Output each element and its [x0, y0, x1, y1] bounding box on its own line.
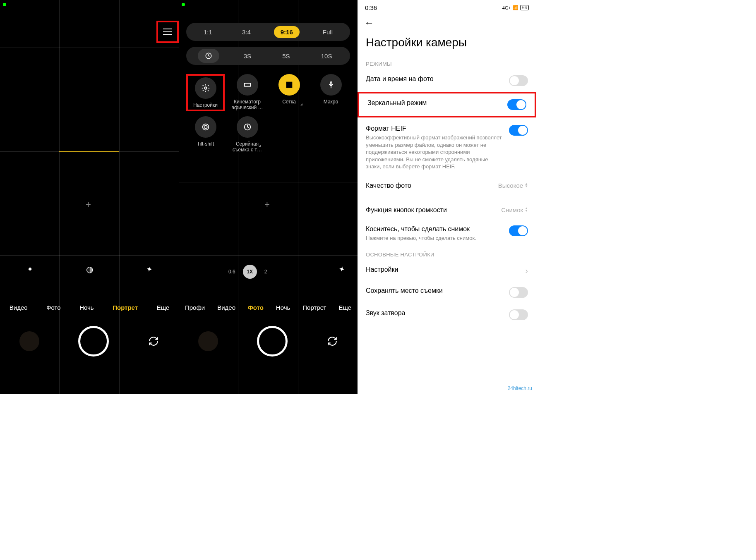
beauty-icon[interactable]	[25, 265, 34, 274]
mode-selector[interactable]: Видео Фото Ночь Портрет Еще	[0, 304, 179, 311]
timer-off-icon[interactable]	[198, 49, 219, 63]
shutter-button[interactable]	[78, 326, 109, 357]
row-title: Зеркальный режим	[367, 99, 502, 107]
row-heif[interactable]: Формат HEIF Высокоэффективный формат изо…	[358, 119, 536, 176]
switch-camera-icon[interactable]	[326, 335, 338, 347]
gridline	[0, 48, 179, 48]
battery-icon: 66	[520, 5, 529, 10]
mode-photo[interactable]: Фото	[46, 304, 60, 311]
chevron-right-icon: ›	[525, 266, 528, 275]
recording-indicator	[182, 3, 185, 6]
mode-portrait[interactable]: Портрет	[302, 304, 326, 311]
svg-point-4	[204, 125, 207, 128]
watermark-text: 24hitech.ru	[508, 385, 532, 391]
row-title: Коснитесь, чтобы сделать снимок	[366, 225, 503, 233]
aspect-3-4[interactable]: 3:4	[235, 26, 257, 38]
svg-point-5	[202, 124, 209, 130]
row-title: Дата и время на фото	[366, 75, 503, 83]
tool-grid: Настройки Кинематогр афический … Сетка М…	[186, 74, 350, 153]
tool-macro[interactable]: Макро	[312, 74, 350, 111]
volume-value[interactable]: Снимок ▲▼	[501, 206, 528, 213]
row-title: Качество фото	[366, 182, 492, 189]
zoom-1x[interactable]: 1X	[243, 265, 257, 279]
focus-guide	[59, 151, 119, 152]
gallery-thumbnail[interactable]	[19, 331, 39, 351]
shutter-button[interactable]	[257, 326, 288, 357]
back-button[interactable]: ←	[358, 13, 536, 33]
row-quality[interactable]: Качество фото Высокое ▲▼	[358, 176, 536, 195]
aperture-icon[interactable]	[85, 265, 94, 274]
crosshair-icon: +	[264, 199, 270, 210]
row-title: Формат HEIF	[366, 125, 503, 132]
timer-selector[interactable]: 3S 5S 10S	[186, 47, 350, 65]
filters-icon[interactable]	[337, 265, 346, 274]
timer-5s[interactable]: 5S	[276, 50, 296, 62]
page-title: Настройки камеры	[358, 33, 536, 57]
camera-screen-portrait: + Видео Фото Ночь Портрет Еще	[0, 0, 179, 394]
tool-grid-on[interactable]: Сетка	[270, 74, 308, 111]
timer-3s[interactable]: 3S	[237, 50, 258, 62]
tool-label: Настройки	[193, 102, 218, 108]
aspect-9-16[interactable]: 9:16	[274, 26, 300, 38]
timer-10s[interactable]: 10S	[314, 50, 339, 62]
zoom-selector[interactable]: 0.6 1X 2	[228, 265, 267, 279]
tool-settings[interactable]: Настройки	[186, 74, 225, 111]
row-shutter-sound[interactable]: Звук затвора	[358, 304, 536, 326]
toggle-mirror[interactable]	[507, 99, 526, 110]
row-volume-fn[interactable]: Функция кнопок громкости Снимок ▲▼	[358, 201, 536, 220]
status-icons: 4G+ 📶 66	[502, 5, 529, 10]
row-datetime[interactable]: Дата и время на фото	[358, 69, 536, 92]
quality-value[interactable]: Высокое ▲▼	[498, 182, 528, 189]
shutter-row	[0, 326, 179, 357]
aspect-full[interactable]: Full	[316, 26, 339, 38]
row-mirror[interactable]: Зеркальный режим	[359, 93, 535, 116]
network-icon: 4G+	[502, 5, 511, 10]
mode-night[interactable]: Ночь	[276, 304, 290, 311]
mode-more[interactable]: Еще	[157, 304, 170, 311]
status-bar: 0:36 4G+ 📶 66	[358, 0, 536, 13]
svg-rect-3	[286, 82, 292, 88]
gridline	[179, 255, 358, 256]
tool-label: Tilt-shift	[197, 141, 214, 147]
aspect-ratio-selector[interactable]: 1:1 3:4 9:16 Full	[186, 23, 350, 41]
row-save-location[interactable]: Сохранять место съемки	[358, 281, 536, 304]
mode-photo[interactable]: Фото	[248, 304, 264, 311]
row-title: Звук затвора	[366, 309, 503, 317]
mode-video[interactable]: Видео	[10, 304, 28, 311]
mode-portrait[interactable]: Портрет	[113, 304, 138, 311]
tool-tiltshift[interactable]: Tilt-shift	[186, 116, 225, 153]
camera-screen-menu-open: + 1:1 3:4 9:16 Full 3S 5S 10S Настройки	[179, 0, 358, 394]
aspect-1-1[interactable]: 1:1	[197, 26, 219, 38]
row-title: Функция кнопок громкости	[366, 206, 495, 214]
mode-night[interactable]: Ночь	[79, 304, 94, 311]
toggle-heif[interactable]	[509, 125, 528, 136]
mode-video[interactable]: Видео	[217, 304, 235, 311]
toggle-tap[interactable]	[509, 225, 528, 236]
gridline	[0, 255, 179, 256]
submenu-indicator-icon	[259, 145, 261, 147]
toggle-location[interactable]	[509, 287, 528, 298]
divider	[366, 198, 528, 198]
toggle-shutter-sound[interactable]	[509, 309, 528, 320]
tool-burst[interactable]: Серийная съемка с т…	[228, 116, 266, 153]
filters-icon[interactable]	[144, 265, 154, 274]
tool-label: Сетка	[282, 99, 296, 105]
row-title: Сохранять место съемки	[366, 287, 503, 294]
tool-cinematic[interactable]: Кинематогр афический …	[228, 74, 266, 111]
updown-icon: ▲▼	[525, 183, 528, 188]
zoom-06[interactable]: 0.6	[228, 269, 235, 275]
row-tap-shoot[interactable]: Коснитесь, чтобы сделать снимок Нажмите …	[358, 220, 536, 248]
mode-pro[interactable]: Профи	[185, 304, 205, 311]
tool-label: Кинематогр афический …	[228, 99, 266, 110]
tool-label: Серийная съемка с т…	[228, 141, 266, 153]
switch-camera-icon[interactable]	[148, 335, 159, 347]
gridline	[179, 182, 358, 182]
toggle-datetime[interactable]	[509, 75, 528, 86]
zoom-2[interactable]: 2	[264, 269, 267, 275]
mode-more[interactable]: Еще	[338, 304, 351, 311]
hamburger-icon[interactable]	[163, 29, 172, 35]
mode-selector[interactable]: Профи Видео Фото Ночь Портрет Еще	[179, 304, 358, 311]
row-settings-link[interactable]: Настройки ›	[358, 260, 536, 281]
gallery-thumbnail[interactable]	[198, 331, 218, 351]
camera-settings-screen: 0:36 4G+ 📶 66 ← Настройки камеры РЕЖИМЫ …	[358, 0, 536, 394]
